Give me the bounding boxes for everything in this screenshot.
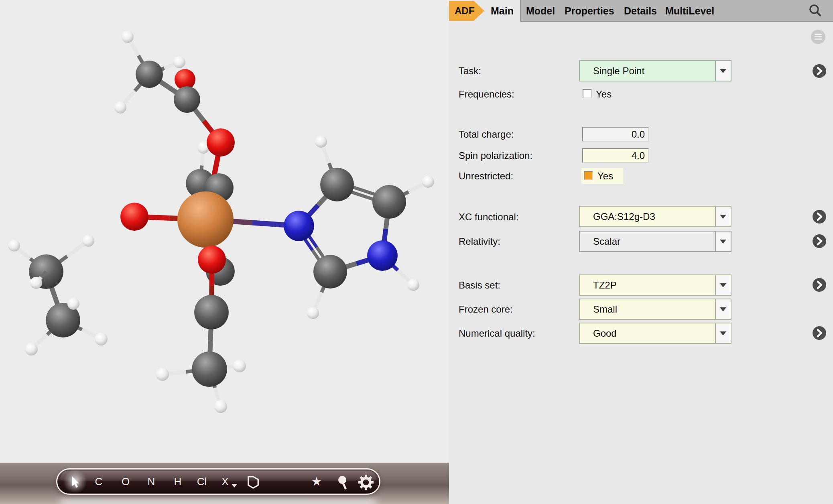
tab-divider bbox=[520, 0, 521, 22]
balloon-pin-icon bbox=[336, 474, 349, 490]
down-triangle-icon bbox=[720, 283, 726, 287]
xc-functional-value: GGA:S12g-D3 bbox=[593, 207, 655, 226]
atom-H[interactable] bbox=[315, 136, 327, 148]
tab-model[interactable]: Model bbox=[526, 0, 555, 22]
atom-C[interactable] bbox=[372, 185, 406, 219]
atom-H[interactable] bbox=[25, 343, 38, 356]
basis-details-button[interactable] bbox=[813, 278, 826, 292]
total-charge-label: Total charge: bbox=[459, 129, 514, 140]
gear-icon bbox=[358, 474, 374, 490]
frequencies-checkbox[interactable] bbox=[583, 89, 592, 98]
atom-C[interactable] bbox=[174, 86, 200, 113]
frozen-core-dropdown-arrow[interactable] bbox=[715, 299, 731, 319]
tab-main[interactable]: Main bbox=[491, 0, 514, 22]
spin-polarization-label: Spin polarization: bbox=[459, 150, 532, 161]
atom-H[interactable] bbox=[214, 400, 227, 413]
atom-N[interactable] bbox=[367, 240, 398, 271]
atom-C[interactable] bbox=[313, 255, 347, 289]
atom-O[interactable] bbox=[198, 246, 226, 274]
unrestricted-label: Unrestricted: bbox=[459, 171, 513, 182]
down-triangle-icon bbox=[720, 331, 726, 335]
atom-C[interactable] bbox=[320, 168, 354, 201]
relativity-dropdown[interactable]: Scalar bbox=[579, 231, 731, 252]
ams-input-window: C O N H Cl X ★ bbox=[0, 0, 833, 504]
settings-gear-button[interactable] bbox=[357, 469, 375, 494]
atom-H[interactable] bbox=[156, 368, 169, 381]
frequencies-label: Frequencies: bbox=[459, 89, 514, 100]
atom-H[interactable] bbox=[114, 102, 126, 114]
down-triangle-icon bbox=[720, 307, 726, 311]
task-details-button[interactable] bbox=[813, 64, 826, 78]
viewport-bottom-bar: C O N H Cl X ★ bbox=[0, 463, 449, 504]
basis-set-label: Basis set: bbox=[459, 280, 500, 291]
element-button-h[interactable]: H bbox=[169, 469, 187, 494]
element-button-c[interactable]: C bbox=[90, 469, 108, 494]
ring-tool-button[interactable] bbox=[244, 469, 262, 494]
cursor-arrow-icon bbox=[70, 476, 80, 489]
task-dropdown[interactable]: Single Point bbox=[579, 60, 731, 81]
frozen-core-label: Frozen core: bbox=[459, 304, 513, 315]
atom-H[interactable] bbox=[82, 235, 94, 247]
down-triangle-icon bbox=[720, 69, 726, 73]
basis-set-value: TZ2P bbox=[593, 275, 617, 295]
molecule-viewport[interactable]: C O N H Cl X ★ bbox=[0, 0, 449, 504]
chevron-right-icon bbox=[813, 234, 826, 248]
atom-H[interactable] bbox=[407, 279, 419, 291]
total-charge-input[interactable]: 0.0 bbox=[582, 127, 649, 142]
search-button[interactable] bbox=[807, 3, 823, 19]
atom-H[interactable] bbox=[173, 56, 185, 68]
atom-H[interactable] bbox=[67, 298, 79, 310]
tab-bar: Model Properties Details MultiLevel ADF … bbox=[449, 0, 833, 22]
down-triangle-icon bbox=[720, 215, 726, 219]
atom-C[interactable] bbox=[136, 61, 163, 88]
relativity-label: Relativity: bbox=[459, 236, 500, 247]
atom-C[interactable] bbox=[192, 352, 227, 387]
toolbar-reflection bbox=[60, 497, 376, 504]
atom-H[interactable] bbox=[422, 176, 434, 188]
task-dropdown-arrow[interactable] bbox=[715, 61, 731, 81]
pointer-tool-button[interactable] bbox=[66, 469, 84, 494]
frozen-core-dropdown[interactable]: Small bbox=[579, 299, 731, 320]
element-toolbar: C O N H Cl X ★ bbox=[56, 468, 380, 495]
favorites-star-button[interactable]: ★ bbox=[308, 469, 325, 494]
element-button-x[interactable]: X bbox=[216, 469, 234, 494]
panel-menu-button[interactable] bbox=[811, 30, 825, 44]
atom-H[interactable] bbox=[122, 31, 134, 43]
quality-details-button[interactable] bbox=[813, 326, 826, 340]
tab-multilevel[interactable]: MultiLevel bbox=[665, 0, 714, 22]
xc-functional-dropdown[interactable]: GGA:S12g-D3 bbox=[579, 206, 731, 227]
atom-O[interactable] bbox=[120, 203, 148, 231]
atom-H[interactable] bbox=[30, 277, 42, 289]
element-button-cl[interactable]: Cl bbox=[193, 469, 211, 494]
relativity-details-button[interactable] bbox=[813, 234, 826, 248]
unrestricted-checkbox[interactable] bbox=[584, 171, 593, 180]
atom-H[interactable] bbox=[307, 307, 319, 319]
element-button-o[interactable]: O bbox=[117, 469, 134, 494]
atom-C[interactable] bbox=[194, 295, 229, 329]
tab-properties[interactable]: Properties bbox=[565, 0, 614, 22]
element-x-caret-icon[interactable] bbox=[232, 484, 237, 488]
tab-details[interactable]: Details bbox=[624, 0, 657, 22]
molecule-3d-scene[interactable] bbox=[0, 0, 449, 463]
atom-H[interactable] bbox=[95, 333, 108, 345]
atom-O[interactable] bbox=[207, 128, 235, 156]
quality-dropdown-arrow[interactable] bbox=[715, 323, 731, 343]
chevron-right-icon bbox=[813, 278, 826, 292]
atom-Fe[interactable] bbox=[177, 191, 234, 248]
numerical-quality-dropdown[interactable]: Good bbox=[579, 323, 731, 344]
atom-H[interactable] bbox=[233, 360, 246, 372]
atom-H[interactable] bbox=[8, 240, 20, 252]
xc-details-button[interactable] bbox=[813, 210, 826, 224]
search-icon bbox=[807, 3, 823, 19]
element-button-n[interactable]: N bbox=[142, 469, 160, 494]
basis-set-dropdown[interactable]: TZ2P bbox=[579, 274, 731, 296]
spin-polarization-input[interactable]: 4.0 bbox=[582, 148, 649, 163]
xc-dropdown-arrow[interactable] bbox=[715, 207, 731, 226]
relativity-dropdown-arrow[interactable] bbox=[715, 232, 731, 251]
chevron-right-icon bbox=[813, 326, 826, 340]
tab-bar-strip: Model Properties Details MultiLevel bbox=[520, 0, 833, 22]
pin-tool-button[interactable] bbox=[334, 469, 351, 494]
atom-N[interactable] bbox=[284, 211, 314, 241]
adf-badge[interactable]: ADF bbox=[449, 1, 484, 21]
basis-dropdown-arrow[interactable] bbox=[715, 275, 731, 295]
